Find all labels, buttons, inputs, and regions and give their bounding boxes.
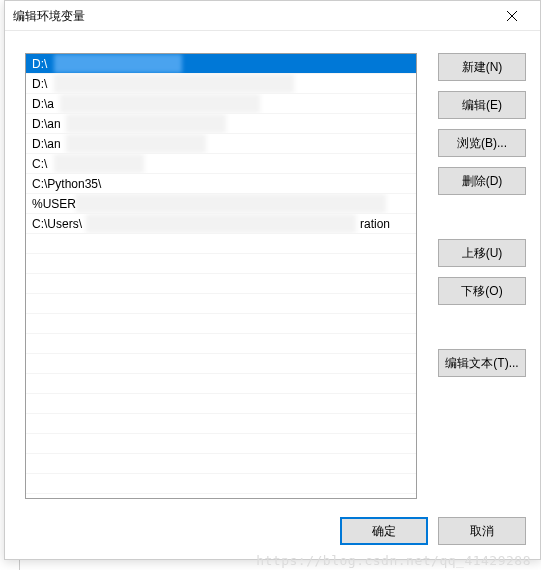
- list-item-empty[interactable]: [26, 414, 416, 434]
- list-item-suffix: ration: [360, 214, 390, 234]
- list-item-empty[interactable]: [26, 334, 416, 354]
- path-list[interactable]: D:\D:\D:\aD:\anD:\anC:\C:\Python35\%USER…: [25, 53, 417, 499]
- list-item[interactable]: D:\: [26, 74, 416, 94]
- edit-text-button[interactable]: 编辑文本(T)...: [438, 349, 526, 377]
- list-item-text: %USER: [32, 197, 76, 211]
- titlebar: 编辑环境变量: [5, 1, 540, 31]
- list-item-empty[interactable]: [26, 234, 416, 254]
- new-button[interactable]: 新建(N): [438, 53, 526, 81]
- list-item-empty[interactable]: [26, 454, 416, 474]
- list-item-empty[interactable]: [26, 394, 416, 414]
- delete-button[interactable]: 删除(D): [438, 167, 526, 195]
- list-item[interactable]: C:\Users\ration: [26, 214, 416, 234]
- list-item-empty[interactable]: [26, 374, 416, 394]
- list-item-empty[interactable]: [26, 314, 416, 334]
- list-item-empty[interactable]: [26, 294, 416, 314]
- move-up-button[interactable]: 上移(U): [438, 239, 526, 267]
- list-item[interactable]: C:\: [26, 154, 416, 174]
- list-item-text: D:\a: [32, 97, 54, 111]
- list-item-text: D:\an: [32, 137, 61, 151]
- dialog-title: 编辑环境变量: [13, 1, 85, 31]
- list-item-text: D:\: [32, 77, 47, 91]
- list-item-empty[interactable]: [26, 354, 416, 374]
- side-buttons: 新建(N) 编辑(E) 浏览(B)... 删除(D) 上移(U) 下移(O) 编…: [438, 53, 526, 377]
- edit-button[interactable]: 编辑(E): [438, 91, 526, 119]
- browse-button[interactable]: 浏览(B)...: [438, 129, 526, 157]
- list-item-text: D:\an: [32, 117, 61, 131]
- list-item[interactable]: C:\Python35\: [26, 174, 416, 194]
- move-down-button[interactable]: 下移(O): [438, 277, 526, 305]
- list-item-text: C:\: [32, 157, 47, 171]
- list-item-text: D:\: [32, 57, 47, 71]
- list-item[interactable]: D:\an: [26, 134, 416, 154]
- cancel-button[interactable]: 取消: [438, 517, 526, 545]
- list-item-empty[interactable]: [26, 474, 416, 494]
- ok-button[interactable]: 确定: [340, 517, 428, 545]
- list-item-empty[interactable]: [26, 274, 416, 294]
- list-item[interactable]: D:\a: [26, 94, 416, 114]
- list-item[interactable]: D:\: [26, 54, 416, 74]
- list-item-empty[interactable]: [26, 434, 416, 454]
- list-item[interactable]: %USER: [26, 194, 416, 214]
- list-item-empty[interactable]: [26, 254, 416, 274]
- close-button[interactable]: [492, 2, 532, 30]
- dialog-footer: 确定 取消: [340, 517, 526, 545]
- close-icon: [507, 11, 517, 21]
- list-item[interactable]: D:\an: [26, 114, 416, 134]
- list-item-text: C:\Users\: [32, 217, 82, 231]
- edit-env-var-dialog: 编辑环境变量 D:\D:\D:\aD:\anD:\anC:\C:\Python3…: [4, 0, 541, 560]
- list-item-text: C:\Python35\: [32, 177, 101, 191]
